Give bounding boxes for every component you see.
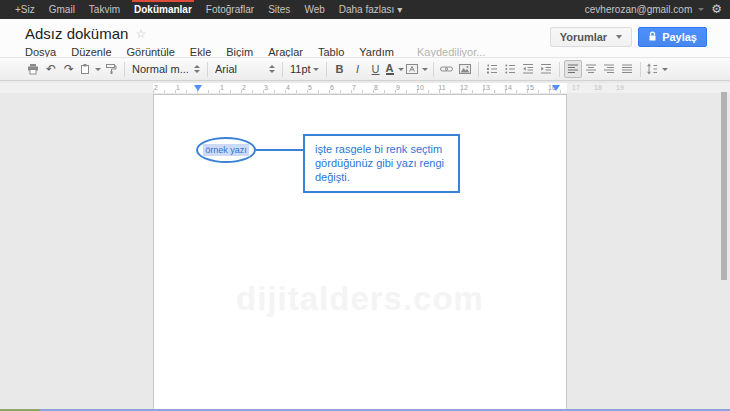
share-button[interactable]: Paylaş bbox=[638, 27, 707, 47]
ruler: 2112345678910111213141516171819 bbox=[0, 83, 730, 93]
numbered-list-button[interactable] bbox=[483, 60, 501, 78]
ruler-number: 1 bbox=[220, 84, 224, 92]
account-menu[interactable]: cevherozan@gmail.com bbox=[585, 4, 704, 15]
align-right-button[interactable] bbox=[600, 60, 618, 78]
ruler-number: 14 bbox=[504, 84, 512, 92]
topbar-item-fotograflar[interactable]: Fotoğraflar bbox=[199, 0, 261, 19]
paragraph-style-select[interactable]: Normal m... bbox=[129, 60, 203, 78]
chevron-down-icon bbox=[698, 8, 704, 11]
chevron-down-icon bbox=[662, 68, 668, 71]
updown-icon bbox=[269, 65, 275, 73]
chevron-down-icon bbox=[398, 68, 404, 71]
font-select[interactable]: Arial bbox=[212, 60, 278, 78]
bold-button[interactable]: B bbox=[331, 60, 349, 78]
document-area: örnek yazı işte rasgele bi renk seçtimgö… bbox=[0, 93, 730, 411]
vertical-scrollbar[interactable] bbox=[721, 92, 727, 280]
numbered-list-icon bbox=[486, 63, 498, 75]
topbar-item-takvim[interactable]: Takvim bbox=[82, 0, 127, 19]
text-color-button[interactable]: A bbox=[385, 60, 405, 78]
link-icon bbox=[440, 63, 453, 75]
italic-button[interactable]: I bbox=[349, 60, 367, 78]
topbar-item-dokumanlar[interactable]: Dokümanlar bbox=[127, 0, 199, 19]
decrease-indent-button[interactable] bbox=[519, 60, 537, 78]
ruler-number: 7 bbox=[352, 84, 356, 92]
star-icon[interactable]: ☆ bbox=[135, 27, 146, 41]
image-icon bbox=[459, 63, 471, 75]
sample-text[interactable]: örnek yazı bbox=[203, 144, 249, 156]
chevron-down-icon bbox=[616, 35, 622, 39]
undo-icon: ↶ bbox=[46, 62, 56, 76]
print-button[interactable] bbox=[24, 60, 42, 78]
toolbar-divider bbox=[478, 62, 479, 77]
insert-image-button[interactable] bbox=[456, 60, 474, 78]
print-icon bbox=[27, 63, 39, 75]
toolbar-divider bbox=[326, 62, 327, 77]
header-buttons: Yorumlar Paylaş bbox=[550, 27, 707, 47]
document-page[interactable]: örnek yazı işte rasgele bi renk seçtimgö… bbox=[153, 94, 567, 411]
ruler-number: 3 bbox=[264, 84, 268, 92]
increase-indent-icon bbox=[540, 63, 552, 75]
chevron-down-icon bbox=[95, 68, 101, 71]
justify-button[interactable] bbox=[618, 60, 636, 78]
redo-button[interactable]: ↷ bbox=[60, 60, 78, 78]
annotation-connector-line bbox=[256, 149, 303, 151]
increase-indent-button[interactable] bbox=[537, 60, 555, 78]
undo-button[interactable]: ↶ bbox=[42, 60, 60, 78]
font-size-select[interactable]: 11pt bbox=[287, 60, 322, 78]
topbar-account-area: cevherozan@gmail.com ⚙ bbox=[585, 0, 722, 19]
chevron-down-icon bbox=[313, 68, 319, 71]
web-clipboard-button[interactable] bbox=[78, 60, 102, 78]
topbar-item-daha-fazlasi[interactable]: Daha fazlası ▾ bbox=[332, 0, 409, 19]
toolbar-divider bbox=[207, 62, 208, 77]
watermark-text: dijitalders.com bbox=[154, 280, 566, 318]
left-margin-marker[interactable] bbox=[194, 85, 202, 91]
paint-format-button[interactable] bbox=[102, 60, 120, 78]
toolbar-divider bbox=[559, 62, 560, 77]
ruler-number: 10 bbox=[416, 84, 424, 92]
ruler-number: 4 bbox=[286, 84, 290, 92]
ruler-number: 6 bbox=[330, 84, 334, 92]
chevron-down-icon bbox=[422, 68, 428, 71]
highlight-color-button[interactable] bbox=[405, 60, 429, 78]
align-right-icon bbox=[603, 63, 615, 75]
right-margin-marker[interactable] bbox=[552, 85, 560, 91]
insert-link-button[interactable] bbox=[438, 60, 456, 78]
gear-icon[interactable]: ⚙ bbox=[711, 0, 722, 19]
updown-icon bbox=[194, 65, 200, 73]
ruler-number: 15 bbox=[526, 84, 534, 92]
app-window: +SizGmailTakvimDokümanlarFotoğraflarSite… bbox=[0, 0, 730, 411]
highlight-color-icon bbox=[406, 63, 418, 75]
annotation-ellipse: örnek yazı bbox=[196, 137, 256, 163]
topbar-item-sites[interactable]: Sites bbox=[261, 0, 297, 19]
lock-icon bbox=[648, 31, 657, 44]
toolbar-divider bbox=[640, 62, 641, 77]
comments-button[interactable]: Yorumlar bbox=[550, 27, 632, 47]
underline-button[interactable]: U bbox=[367, 60, 385, 78]
paint-format-icon bbox=[105, 63, 117, 75]
ruler-number: 12 bbox=[460, 84, 468, 92]
align-left-button[interactable] bbox=[564, 60, 582, 78]
ruler-number: 13 bbox=[482, 84, 490, 92]
google-topbar: +SizGmailTakvimDokümanlarFotoğraflarSite… bbox=[0, 0, 730, 19]
annotation-callout-box: işte rasgele bi renk seçtimgördüğünüz gi… bbox=[303, 134, 460, 193]
bulleted-list-icon bbox=[504, 63, 516, 75]
topbar-item-web[interactable]: Web bbox=[297, 0, 331, 19]
ruler-number: 2 bbox=[154, 84, 158, 92]
justify-icon bbox=[621, 63, 633, 75]
topbar-item-plus-siz[interactable]: +Siz bbox=[8, 0, 42, 19]
ruler-number: 1 bbox=[176, 84, 180, 92]
ruler-number: 17 bbox=[572, 84, 580, 92]
ruler-number: 5 bbox=[308, 84, 312, 92]
toolbar-divider bbox=[282, 62, 283, 77]
clipboard-icon bbox=[79, 63, 91, 75]
editor-toolbar: ↶ ↷ Normal m... Arial 11pt B I U A bbox=[0, 57, 730, 81]
ruler-number: 2 bbox=[242, 84, 246, 92]
topbar-item-gmail[interactable]: Gmail bbox=[42, 0, 82, 19]
toolbar-divider bbox=[433, 62, 434, 77]
doc-title-row: Adsız doküman ☆ bbox=[25, 25, 146, 42]
bulleted-list-button[interactable] bbox=[501, 60, 519, 78]
align-center-button[interactable] bbox=[582, 60, 600, 78]
doc-title[interactable]: Adsız doküman bbox=[25, 25, 128, 42]
ruler-number: 11 bbox=[438, 84, 445, 92]
line-spacing-button[interactable] bbox=[645, 60, 669, 78]
